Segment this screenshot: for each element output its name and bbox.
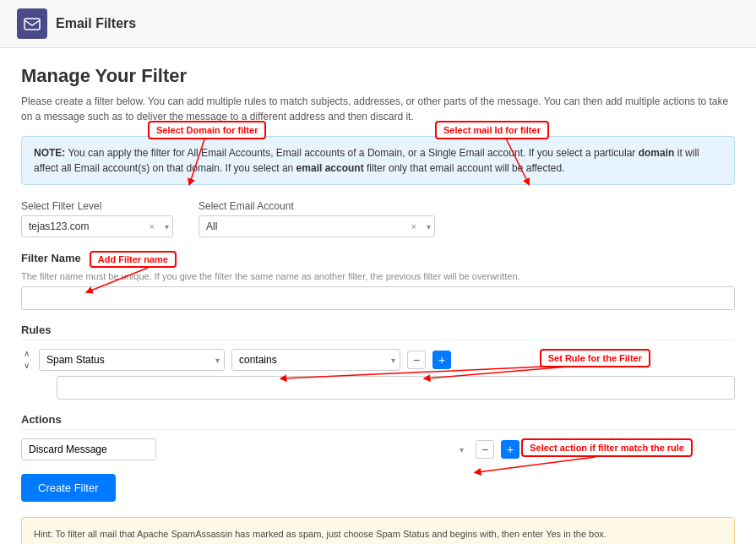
filter-name-input[interactable] xyxy=(21,286,735,310)
create-filter-button[interactable]: Create Filter xyxy=(21,474,116,502)
filter-level-label: Select Filter Level xyxy=(21,200,173,212)
note-box: NOTE: You can apply the filter for All E… xyxy=(21,136,735,185)
header: Email Filters xyxy=(0,0,756,48)
contains-select[interactable]: contains does not contain is equal to be… xyxy=(231,349,400,371)
rule-down-arrow[interactable]: ∨ xyxy=(21,361,32,371)
contains-container: contains does not contain is equal to be… xyxy=(231,349,400,371)
action-plus-btn[interactable]: + xyxy=(501,440,519,459)
spam-status-container: Spam Status Subject From To Body Spam Ba… xyxy=(39,349,225,371)
rule-plus-btn[interactable]: + xyxy=(432,351,451,369)
email-filters-icon xyxy=(17,8,47,39)
rule-input-row xyxy=(21,376,735,400)
page-wrapper: Email Filters Manage Your Filter Please … xyxy=(0,0,756,544)
filter-name-section: Filter Name Add Filter name The filter n… xyxy=(21,251,735,310)
actions-section-wrapper: Actions Select action if filter match th… xyxy=(21,413,735,460)
email-account-group: Select Email Account All × ▾ xyxy=(199,200,435,237)
email-account-clear[interactable]: × xyxy=(411,221,416,231)
action-minus-btn[interactable]: − xyxy=(476,440,494,459)
svg-rect-0 xyxy=(24,19,40,30)
rule-minus-btn[interactable]: − xyxy=(407,351,426,369)
filter-level-clear[interactable]: × xyxy=(150,221,155,231)
note-text: You can apply the filter for All Email A… xyxy=(34,147,699,174)
hints-box: Hint: To filter all mail that Apache Spa… xyxy=(21,517,735,544)
email-account-select-container: All × ▾ xyxy=(199,215,435,237)
action-select-arrow: ▾ xyxy=(460,445,464,454)
rule-value-input[interactable] xyxy=(57,376,735,400)
actions-section-title: Actions xyxy=(21,413,735,430)
spam-status-select[interactable]: Spam Status Subject From To Body Spam Ba… xyxy=(39,349,225,371)
email-account-label: Select Email Account xyxy=(199,200,435,212)
page-title: Manage Your Filter xyxy=(21,65,735,87)
filter-level-row: Select Filter Level tejas123.com × ▾ Sel… xyxy=(21,200,735,237)
page-description: Please create a filter below. You can ad… xyxy=(21,94,735,124)
rule-up-arrow[interactable]: ∧ xyxy=(21,349,32,359)
hint-1: Hint: To filter all mail that Apache Spa… xyxy=(34,526,722,542)
rules-section-title: Rules xyxy=(21,324,735,340)
email-account-select[interactable]: All xyxy=(199,215,435,237)
action-select-container: Discard Message Deliver to Folder Redire… xyxy=(21,438,469,460)
action-select[interactable]: Discard Message Deliver to Folder Redire… xyxy=(21,438,156,460)
filter-level-group: Select Filter Level tejas123.com × ▾ xyxy=(21,200,173,237)
annotation-action: Select action if filter match the rule xyxy=(521,438,693,457)
annotation-filter-name: Add Filter name xyxy=(90,251,177,268)
filter-name-label: Filter Name xyxy=(21,252,81,264)
annotation-domain: Select Domain for filter xyxy=(148,121,266,139)
main-content: Manage Your Filter Please create a filte… xyxy=(0,48,756,544)
note-prefix: NOTE: xyxy=(34,147,65,159)
rules-section-wrapper: Rules Set Rule for the Filter xyxy=(21,324,735,400)
annotation-mail-id: Select mail Id for filter xyxy=(435,121,549,139)
rule-reorder-arrows: ∧ ∨ xyxy=(21,349,32,371)
filter-name-hint: The filter name must be unique. If you g… xyxy=(21,271,735,281)
filter-level-select-container: tejas123.com × ▾ xyxy=(21,215,173,237)
note-section: NOTE: You can apply the filter for All E… xyxy=(21,136,735,185)
header-title: Email Filters xyxy=(56,16,136,31)
annotation-set-rule: Set Rule for the Filter xyxy=(540,349,650,367)
